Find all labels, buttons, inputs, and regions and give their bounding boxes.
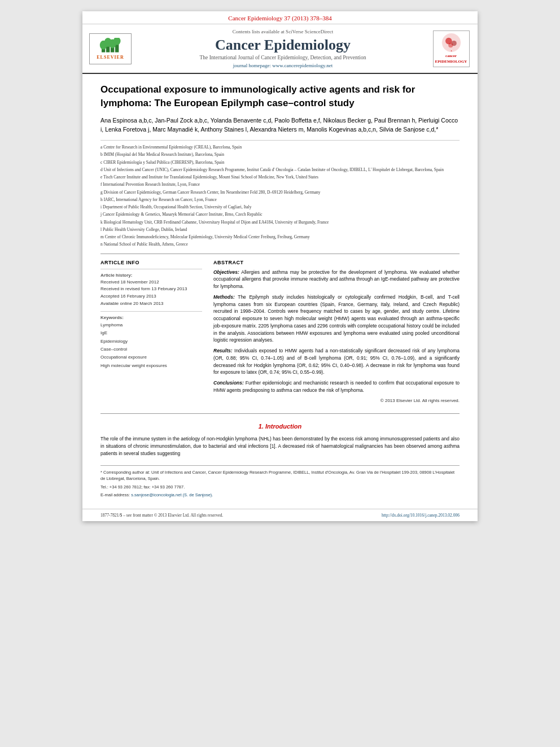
accepted-date: Accepted 16 February 2013 bbox=[100, 293, 202, 300]
email-address: s.sanjose@iconcologia.net (S. de Sanjose… bbox=[131, 492, 213, 497]
abstract-results: Results: Individuals exposed to HMW agen… bbox=[213, 347, 460, 376]
affiliation-i: i Department of Public Health, Occupatio… bbox=[100, 204, 460, 210]
bottom-bar: 1877-7821/$ – see front matter © 2013 El… bbox=[82, 509, 478, 521]
affiliation-l: l Public Health University College, Dubl… bbox=[100, 226, 460, 233]
journal-title: Cancer Epidemiology bbox=[215, 37, 351, 54]
keyword-1: Lymphoma bbox=[100, 321, 202, 329]
conclusions-label: Conclusions: bbox=[213, 380, 244, 386]
keyword-4: Case–control bbox=[100, 346, 202, 353]
affiliation-g: g Division of Cancer Epidemiology, Germa… bbox=[100, 189, 460, 195]
affiliation-k: k Biological Hematology Unit, CRB Ferdin… bbox=[100, 219, 460, 225]
objectives-text: Allergies and asthma may be protective f… bbox=[213, 269, 460, 290]
issn-text: 1877-7821/$ – see front matter © 2013 El… bbox=[100, 513, 223, 518]
affiliation-f: f International Prevention Research Inst… bbox=[100, 181, 460, 187]
footnote-corresponding: * Corresponding author at: Unit of Infec… bbox=[100, 469, 460, 482]
revised-date: Received in revised form 13 February 201… bbox=[100, 286, 202, 293]
journal-subtitle: The International Journal of Cancer Epid… bbox=[200, 55, 366, 60]
keywords-label: Keywords: bbox=[100, 315, 202, 320]
affiliation-n: n National School of Public Health, Athe… bbox=[100, 241, 460, 247]
article-title: Occupational exposure to immunologically… bbox=[100, 83, 460, 110]
affiliation-d: d Unit of Infections and Cancer (UNIC), … bbox=[100, 167, 460, 173]
article-info-label: ARTICLE INFO bbox=[100, 260, 202, 265]
affiliation-h: h IARC, International Agency for Researc… bbox=[100, 196, 460, 203]
article-info-abstract: ARTICLE INFO Article history: Received 1… bbox=[100, 260, 460, 404]
elsevier-tree-icon bbox=[99, 38, 122, 54]
affiliation-c: c CIBER Epidemiología y Salud Pública (C… bbox=[100, 159, 460, 165]
received-date: Received 18 November 2012 bbox=[100, 279, 202, 286]
cancer-epidemiology-logo: ● cancerEPIDEMIOLOGY bbox=[431, 29, 471, 68]
objectives-label: Objectives: bbox=[213, 269, 239, 275]
citation-text: Cancer Epidemiology 37 (2013) 378–384 bbox=[228, 15, 331, 21]
abstract-methods: Methods: The Epilymph study includes his… bbox=[213, 294, 460, 344]
affiliation-b: b IMIM (Hospital del Mar Medical Researc… bbox=[100, 151, 460, 158]
footnote-tel: Tel.: +34 93 260 7812; fax: +34 93 260 7… bbox=[100, 484, 460, 490]
keyword-6: High molecular weight exposures bbox=[100, 362, 202, 370]
doi-link[interactable]: http://dx.doi.org/10.1016/j.canep.2013.0… bbox=[382, 513, 460, 518]
keyword-5: Occupational exposure bbox=[100, 353, 202, 361]
journal-header: ELSEVIER Contents lists available at Sci… bbox=[82, 24, 478, 74]
affiliation-a: a Centre for Research in Environmental E… bbox=[100, 144, 460, 150]
section-divider bbox=[100, 254, 460, 254]
keywords-list: Lymphoma IgE Epidemiology Case–control O… bbox=[100, 321, 202, 370]
results-label: Results: bbox=[213, 348, 233, 353]
abstract-text: Objectives: Allergies and asthma may be … bbox=[213, 269, 460, 404]
online-date: Available online 20 March 2013 bbox=[100, 300, 202, 308]
article-history: Article history: Received 18 November 20… bbox=[100, 269, 202, 311]
footnote-section: * Corresponding author at: Unit of Infec… bbox=[100, 465, 460, 498]
abstract-copyright: © 2013 Elsevier Ltd. All rights reserved… bbox=[213, 397, 460, 404]
journal-info: Contents lists available at SciVerse Sci… bbox=[140, 29, 426, 68]
email-label: E-mail address: bbox=[100, 492, 130, 497]
abstract-objectives: Objectives: Allergies and asthma may be … bbox=[213, 269, 460, 290]
cancer-logo-icon: ● bbox=[441, 33, 461, 53]
abstract-panel: ABSTRACT Objectives: Allergies and asthm… bbox=[213, 260, 460, 404]
methods-text: The Epilymph study includes histological… bbox=[213, 294, 460, 343]
methods-label: Methods: bbox=[213, 294, 235, 300]
keyword-2: IgE bbox=[100, 329, 202, 337]
affiliation-j: j Cancer Epidemiology & Genetics, Masary… bbox=[100, 211, 460, 217]
keyword-3: Epidemiology bbox=[100, 338, 202, 346]
history-label: Article history: bbox=[100, 273, 202, 278]
authors-list: Ana Espinosa a,b,c, Jan-Paul Zock a,b,c,… bbox=[100, 116, 460, 135]
keywords-block: Keywords: Lymphoma IgE Epidemiology Case… bbox=[100, 311, 202, 373]
intro-heading: 1. Introduction bbox=[100, 423, 460, 430]
conclusions-text: Further epidemiologic and mechanistic re… bbox=[213, 380, 460, 393]
elsevier-brand: ELSEVIER bbox=[97, 55, 124, 60]
sciverse-text: Contents lists available at SciVerse Sci… bbox=[233, 29, 334, 34]
results-text: Individuals exposed to HMW agents had a … bbox=[213, 348, 460, 375]
journal-citation: Cancer Epidemiology 37 (2013) 378–384 bbox=[82, 11, 478, 24]
svg-text:●: ● bbox=[450, 50, 452, 52]
affiliation-m: m Centre of Chronic Immunodeficiency, Mo… bbox=[100, 234, 460, 240]
article-info-panel: ARTICLE INFO Article history: Received 1… bbox=[100, 260, 202, 404]
abstract-conclusions: Conclusions: Further epidemiologic and m… bbox=[213, 379, 460, 394]
affiliations-section: a Centre for Research in Environmental E… bbox=[100, 140, 460, 248]
svg-point-11 bbox=[448, 43, 453, 47]
intro-paragraph: The role of the immune system in the aet… bbox=[100, 435, 460, 458]
affiliation-e: e Tisch Cancer Institute and Institute f… bbox=[100, 174, 460, 180]
journal-homepage: journal homepage: www.cancerepidemiology… bbox=[233, 63, 333, 68]
elsevier-logo: ELSEVIER bbox=[89, 29, 134, 68]
footnote-email: E-mail address: s.sanjose@iconcologia.ne… bbox=[100, 492, 460, 498]
abstract-label: ABSTRACT bbox=[213, 260, 460, 265]
main-content: 1. Introduction The role of the immune s… bbox=[82, 414, 478, 509]
article-body: Occupational exposure to immunologically… bbox=[82, 74, 478, 413]
cancer-logo-text: cancerEPIDEMIOLOGY bbox=[435, 54, 467, 64]
